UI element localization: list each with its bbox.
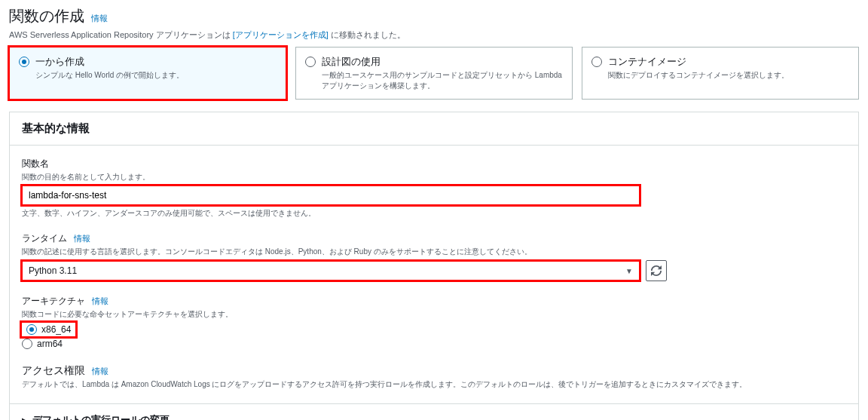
default-role-expander[interactable]: ▶ デフォルトの実行ロールの変更 bbox=[10, 403, 858, 420]
subtitle-text: AWS Serverless Application Repository アプ… bbox=[9, 30, 233, 39]
option-title: 一から作成 bbox=[35, 55, 277, 69]
permissions-section: アクセス権限 情報 デフォルトでは、Lambda は Amazon CloudW… bbox=[22, 364, 846, 390]
runtime-label-text: ランタイム bbox=[22, 233, 67, 244]
chevron-right-icon: ▶ bbox=[22, 416, 28, 421]
runtime-label: ランタイム 情報 bbox=[22, 232, 846, 245]
permissions-info-link[interactable]: 情報 bbox=[92, 366, 108, 376]
option-desc: 関数にデプロイするコンテナイメージを選択します。 bbox=[608, 70, 849, 81]
runtime-value: Python 3.11 bbox=[29, 265, 77, 276]
architecture-hint: 関数コードに必要な命令セットアーキテクチャを選択します。 bbox=[22, 309, 846, 320]
permissions-desc: デフォルトでは、Lambda は Amazon CloudWatch Logs … bbox=[22, 379, 846, 390]
option-author-from-scratch[interactable]: 一から作成 シンプルな Hello World の例で開始します。 bbox=[9, 47, 286, 100]
arch-label: x86_64 bbox=[41, 324, 71, 335]
runtime-select[interactable]: Python 3.11 ▼ bbox=[22, 261, 640, 281]
radio-icon bbox=[305, 57, 316, 67]
subtitle-text-after: に移動されました。 bbox=[329, 30, 405, 39]
option-title: コンテナイメージ bbox=[608, 55, 849, 69]
option-desc: シンプルな Hello World の例で開始します。 bbox=[35, 70, 277, 81]
chevron-down-icon: ▼ bbox=[625, 267, 633, 275]
function-name-below: 文字、数字、ハイフン、アンダースコアのみ使用可能で、スペースは使用できません。 bbox=[22, 208, 846, 219]
page-subtitle: AWS Serverless Application Repository アプ… bbox=[9, 29, 859, 41]
runtime-group: ランタイム 情報 関数の記述に使用する言語を選択します。コンソールコードエディタ… bbox=[22, 232, 846, 281]
arch-label: arm64 bbox=[37, 339, 63, 349]
basic-info-panel: 基本的な情報 関数名 関数の目的を名前として入力します。 文字、数字、ハイフン、… bbox=[9, 112, 859, 420]
architecture-info-link[interactable]: 情報 bbox=[92, 296, 108, 305]
permissions-title: アクセス権限 bbox=[22, 364, 85, 378]
architecture-group: アーキテクチャ 情報 関数コードに必要な命令セットアーキテクチャを選択します。 … bbox=[22, 295, 846, 351]
page-title: 関数の作成 bbox=[9, 6, 84, 26]
function-name-hint: 関数の目的を名前として入力します。 bbox=[22, 172, 846, 182]
option-title: 設計図の使用 bbox=[322, 55, 563, 69]
creation-options: 一から作成 シンプルな Hello World の例で開始します。 設計図の使用… bbox=[9, 47, 859, 100]
function-name-label: 関数名 bbox=[22, 158, 846, 170]
refresh-button[interactable] bbox=[646, 260, 667, 281]
radio-icon bbox=[19, 57, 29, 67]
option-desc: 一般的ユースケース用のサンプルコードと設定プリセットから Lambda アプリケ… bbox=[322, 70, 563, 91]
function-name-group: 関数名 関数の目的を名前として入力します。 文字、数字、ハイフン、アンダースコア… bbox=[22, 158, 846, 219]
architecture-label: アーキテクチャ 情報 bbox=[22, 295, 846, 308]
refresh-icon bbox=[651, 265, 662, 276]
create-application-link[interactable]: [アプリケーションを作成] bbox=[233, 30, 329, 39]
arch-x86-64-option[interactable]: x86_64 bbox=[22, 323, 75, 336]
architecture-label-text: アーキテクチャ bbox=[22, 296, 85, 306]
function-name-input[interactable] bbox=[22, 185, 640, 205]
runtime-info-link[interactable]: 情報 bbox=[74, 234, 90, 243]
radio-icon bbox=[22, 339, 32, 349]
option-container-image[interactable]: コンテナイメージ 関数にデプロイするコンテナイメージを選択します。 bbox=[582, 47, 859, 100]
radio-icon bbox=[26, 324, 37, 335]
runtime-hint: 関数の記述に使用する言語を選択します。コンソールコードエディタは Node.js… bbox=[22, 247, 846, 257]
info-link[interactable]: 情報 bbox=[91, 14, 108, 23]
arch-arm64-option[interactable]: arm64 bbox=[22, 337, 846, 351]
expander-title: デフォルトの実行ロールの変更 bbox=[32, 413, 170, 420]
option-use-blueprint[interactable]: 設計図の使用 一般的ユースケース用のサンプルコードと設定プリセットから Lamb… bbox=[295, 47, 573, 100]
radio-icon bbox=[591, 57, 602, 67]
basic-info-title: 基本的な情報 bbox=[22, 121, 846, 136]
